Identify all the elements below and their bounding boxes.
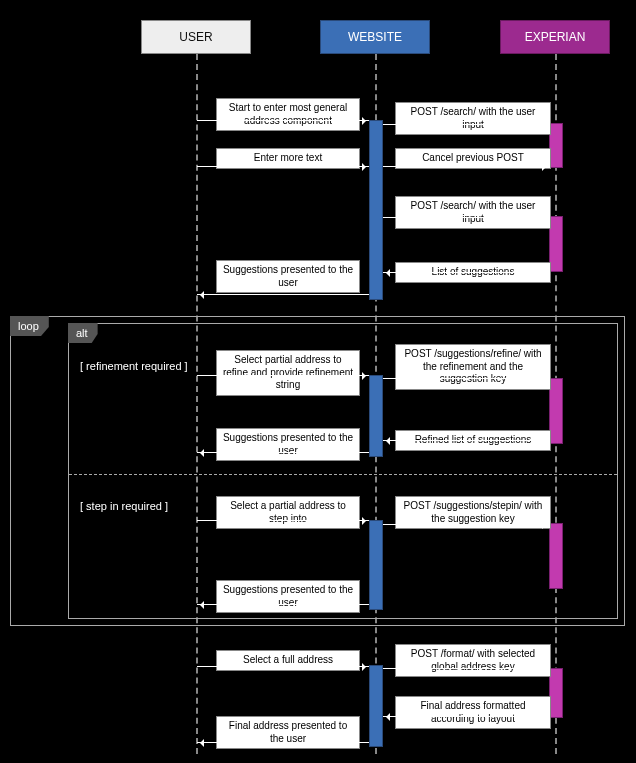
fragment-loop-label: loop xyxy=(10,316,49,336)
arrow-m4 xyxy=(383,166,549,167)
arrow-m7 xyxy=(197,294,369,295)
arrow-m2 xyxy=(383,124,549,125)
arrow-m9 xyxy=(383,378,549,379)
msg-post-search-2: POST /search/ with the user input xyxy=(395,196,551,229)
msg-post-refine: POST /suggestions/refine/ with the refin… xyxy=(395,344,551,390)
msg-suggestions-1: Suggestions presented to the user xyxy=(216,260,360,293)
arrow-m16 xyxy=(383,668,549,669)
fragment-alt-divider xyxy=(69,474,617,475)
activation-experian-5 xyxy=(549,668,563,718)
msg-suggestions-3: Suggestions presented to the user xyxy=(216,580,360,613)
participant-experian: EXPERIAN xyxy=(500,20,610,54)
activation-website-1 xyxy=(369,120,383,300)
guard-refinement: [ refinement required ] xyxy=(80,360,188,372)
activation-website-4 xyxy=(369,665,383,747)
msg-select-stepin: Select a partial address to step into xyxy=(216,496,360,529)
guard-stepin: [ step in required ] xyxy=(80,500,168,512)
msg-select-full: Select a full address xyxy=(216,650,360,671)
arrow-m3 xyxy=(197,166,369,167)
arrow-m1 xyxy=(197,120,369,121)
arrow-m6 xyxy=(383,272,549,273)
arrow-m17 xyxy=(383,716,549,717)
participant-website: WEBSITE xyxy=(320,20,430,54)
msg-final-presented: Final address presented to the user xyxy=(216,716,360,749)
arrow-m15 xyxy=(197,666,369,667)
msg-formatted: Final address formatted according to lay… xyxy=(395,696,551,729)
msg-enter-general: Start to enter most general address comp… xyxy=(216,98,360,131)
activation-experian-1 xyxy=(549,123,563,168)
arrow-m13 xyxy=(383,524,549,525)
msg-post-search-1: POST /search/ with the user input xyxy=(395,102,551,135)
fragment-alt-label: alt xyxy=(68,323,98,343)
arrow-m8 xyxy=(197,375,369,376)
arrow-m11 xyxy=(197,452,369,453)
arrow-m10 xyxy=(383,440,549,441)
arrow-m14 xyxy=(197,604,369,605)
msg-suggestions-2: Suggestions presented to the user xyxy=(216,428,360,461)
arrow-m18 xyxy=(197,742,369,743)
arrow-m5 xyxy=(383,217,549,218)
activation-experian-2 xyxy=(549,216,563,272)
msg-post-format: POST /format/ with selected global addre… xyxy=(395,644,551,677)
participant-user: USER xyxy=(141,20,251,54)
arrow-m12 xyxy=(197,520,369,521)
msg-select-refine: Select partial address to refine and pro… xyxy=(216,350,360,396)
